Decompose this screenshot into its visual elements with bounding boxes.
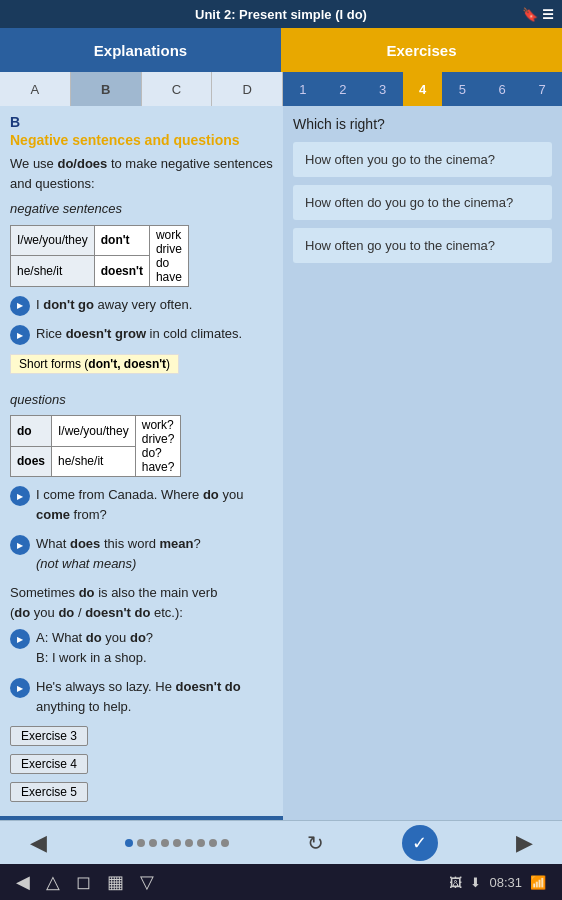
audio-btn-2[interactable] bbox=[10, 325, 30, 345]
app-title: Unit 2: Present simple (I do) bbox=[195, 7, 367, 22]
audio-btn-3[interactable] bbox=[10, 486, 30, 506]
negative-sentences-label: negative sentences bbox=[10, 199, 273, 219]
q-subject-2: he/she/it bbox=[52, 446, 136, 477]
grammar-form-2: doesn't bbox=[94, 256, 149, 287]
exercise-4-btn[interactable]: Exercise 4 bbox=[10, 754, 88, 774]
example-5-text: A: What do you do?B: I work in a shop. bbox=[36, 628, 153, 667]
q-aux-2: does bbox=[11, 446, 52, 477]
section-b-intro: We use do/does to make negative sentence… bbox=[10, 154, 273, 193]
grammar-table: I/we/you/they don't workdrivedohave he/s… bbox=[10, 225, 189, 287]
audio-btn-1[interactable] bbox=[10, 296, 30, 316]
main-content: B Negative sentences and questions We us… bbox=[0, 106, 562, 820]
grammar-verbs: workdrivedohave bbox=[149, 225, 188, 286]
example-2-text: Rice doesn't grow in cold climates. bbox=[36, 324, 242, 344]
tab-bar: Explanations Exercises bbox=[0, 28, 562, 72]
status-bar: Unit 2: Present simple (I do) 🔖 ☰ bbox=[0, 0, 562, 28]
sub-tab-c[interactable]: C bbox=[142, 72, 213, 106]
q-verbs: work?drive?do?have? bbox=[135, 416, 181, 477]
section-b-title: Negative sentences and questions bbox=[10, 132, 273, 148]
section-c-header: C How often ... ? bbox=[0, 816, 283, 820]
dot-7 bbox=[197, 839, 205, 847]
example-3-row: I come from Canada. Where do you come fr… bbox=[10, 485, 273, 530]
example-6-text: He's always so lazy. He doesn't doanythi… bbox=[36, 677, 241, 716]
main-verb-note: Sometimes do is also the main verb (do y… bbox=[10, 583, 273, 622]
grammar-subject-1: I/we/you/they bbox=[11, 225, 95, 256]
num-tab-1[interactable]: 1 bbox=[283, 72, 323, 106]
exercise-question: Which is right? bbox=[293, 116, 552, 132]
grammar-subject-2: he/she/it bbox=[11, 256, 95, 287]
dot-2 bbox=[137, 839, 145, 847]
example-5-row: A: What do you do?B: I work in a shop. bbox=[10, 628, 273, 673]
num-tab-2[interactable]: 2 bbox=[323, 72, 363, 106]
example-4-row: What does this word mean?(not what means… bbox=[10, 534, 273, 579]
recents-btn[interactable]: ◻ bbox=[76, 871, 91, 893]
audio-btn-5[interactable] bbox=[10, 629, 30, 649]
left-panel: B Negative sentences and questions We us… bbox=[0, 106, 283, 820]
short-forms-badge: Short forms (don't, doesn't) bbox=[10, 354, 273, 382]
num-tab-6[interactable]: 6 bbox=[482, 72, 522, 106]
num-tab-4[interactable]: 4 bbox=[403, 72, 443, 106]
answer-option-3[interactable]: How often go you to the cinema? bbox=[293, 228, 552, 263]
num-tab-7[interactable]: 7 bbox=[522, 72, 562, 106]
back-btn[interactable]: ◀ bbox=[16, 871, 30, 893]
photo-icon: 🖼 bbox=[449, 875, 462, 890]
audio-btn-6[interactable] bbox=[10, 678, 30, 698]
exercise-buttons: Exercise 3 bbox=[10, 726, 273, 750]
grammar-form-1: don't bbox=[94, 225, 149, 256]
dot-5 bbox=[173, 839, 181, 847]
example-1-row: I don't go away very often. bbox=[10, 295, 273, 321]
bookmark-icon: 🔖 bbox=[522, 7, 538, 22]
tab-exercises[interactable]: Exercises bbox=[281, 28, 562, 72]
system-bar: ◀ △ ◻ ▦ ▽ 🖼 ⬇ 08:31 📶 bbox=[0, 864, 562, 900]
sub-tab-d[interactable]: D bbox=[212, 72, 283, 106]
sub-tab-a[interactable]: A bbox=[0, 72, 71, 106]
example-2-row: Rice doesn't grow in cold climates. bbox=[10, 324, 273, 350]
sys-nav: ◀ △ ◻ ▦ ▽ bbox=[16, 871, 154, 893]
num-tab-5[interactable]: 5 bbox=[442, 72, 482, 106]
num-tab-3[interactable]: 3 bbox=[363, 72, 403, 106]
menu-icon: ☰ bbox=[542, 7, 554, 22]
dot-3 bbox=[149, 839, 157, 847]
example-1-text: I don't go away very often. bbox=[36, 295, 192, 315]
dot-4 bbox=[161, 839, 169, 847]
audio-btn-4[interactable] bbox=[10, 535, 30, 555]
prev-btn[interactable]: ◀ bbox=[20, 825, 56, 861]
questions-table: do I/we/you/they work?drive?do?have? doe… bbox=[10, 415, 181, 477]
exercise-3-btn[interactable]: Exercise 3 bbox=[10, 726, 88, 746]
status-icons: 🔖 ☰ bbox=[522, 7, 554, 22]
dot-1 bbox=[125, 839, 133, 847]
q-aux-1: do bbox=[11, 416, 52, 447]
sub-tab-b[interactable]: B bbox=[71, 72, 142, 106]
download-icon: ⬇ bbox=[470, 875, 481, 890]
exercise-buttons-3: Exercise 5 bbox=[10, 782, 273, 806]
q-subject-1: I/we/you/they bbox=[52, 416, 136, 447]
right-panel: Which is right? How often you go to the … bbox=[283, 106, 562, 820]
sub-tabs-left: A B C D bbox=[0, 72, 283, 106]
next-btn[interactable]: ▶ bbox=[506, 825, 542, 861]
questions-label: questions bbox=[10, 390, 273, 410]
bottom-bar: ◀ ↻ ✓ ▶ bbox=[0, 820, 562, 864]
example-6-row: He's always so lazy. He doesn't doanythi… bbox=[10, 677, 273, 722]
short-forms-text: Short forms (don't, doesn't) bbox=[10, 354, 179, 374]
dot-8 bbox=[209, 839, 217, 847]
example-4-text: What does this word mean?(not what means… bbox=[36, 534, 201, 573]
refresh-btn[interactable]: ↻ bbox=[297, 825, 333, 861]
pagination-dots bbox=[125, 839, 229, 847]
dot-9 bbox=[221, 839, 229, 847]
tabs-row: A B C D 1 2 3 4 5 6 7 bbox=[0, 72, 562, 106]
answer-option-2[interactable]: How often do you go to the cinema? bbox=[293, 185, 552, 220]
exercise-5-btn[interactable]: Exercise 5 bbox=[10, 782, 88, 802]
sub-tabs-right: 1 2 3 4 5 6 7 bbox=[283, 72, 562, 106]
menu-btn[interactable]: ▽ bbox=[140, 871, 154, 893]
example-3-text: I come from Canada. Where do you come fr… bbox=[36, 485, 273, 524]
exercise-buttons-2: Exercise 4 bbox=[10, 754, 273, 778]
answer-option-1[interactable]: How often you go to the cinema? bbox=[293, 142, 552, 177]
screenshot-btn[interactable]: ▦ bbox=[107, 871, 124, 893]
check-btn[interactable]: ✓ bbox=[402, 825, 438, 861]
tab-explanations[interactable]: Explanations bbox=[0, 28, 281, 72]
home-btn[interactable]: △ bbox=[46, 871, 60, 893]
clock: 08:31 bbox=[489, 875, 522, 890]
dot-6 bbox=[185, 839, 193, 847]
wifi-icon: 📶 bbox=[530, 875, 546, 890]
sys-right: 🖼 ⬇ 08:31 📶 bbox=[449, 875, 546, 890]
